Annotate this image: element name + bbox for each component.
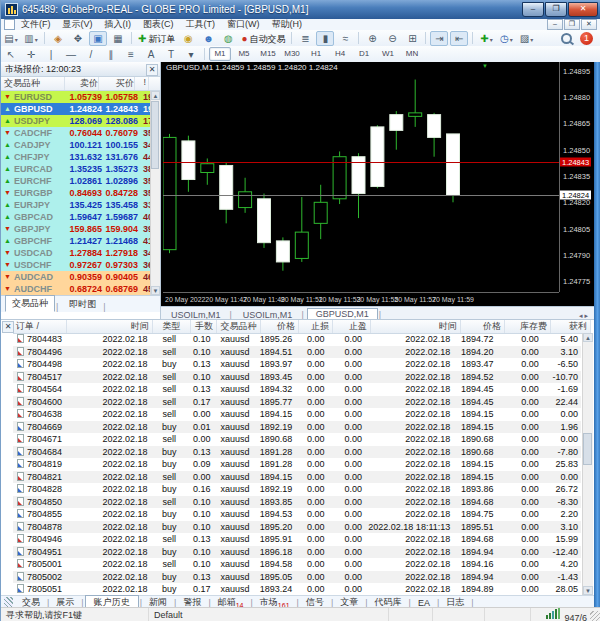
table-row[interactable]: 78048192022.02.18 17:44:28buy0.09xauusd1… [13,458,581,471]
market-watch-toggle-icon[interactable]: ▣ [89,31,107,46]
maximize-button[interactable]: ❐ [545,2,567,17]
cursor-tool-icon[interactable]: ↖ [2,47,20,62]
navigator-toggle-icon[interactable]: ◈ [49,31,67,46]
market-watch-scrollbar[interactable]: ▲ ▼ [150,91,160,295]
status-profile[interactable]: Default [149,608,389,621]
market-watch-tab-0[interactable]: 交易品种 [5,295,55,312]
history-col-6[interactable]: 止损 [299,320,333,333]
table-row[interactable]: 78044982022.02.18 17:25:36buy0.13xauusd1… [13,358,581,371]
community-button-icon[interactable]: ☻ [199,31,217,46]
timeframe-h4[interactable]: H4 [329,47,351,61]
table-row[interactable]: 78045642022.02.18 17:30:19sell0.13xauusd… [13,383,581,396]
data-window-toggle-icon[interactable]: ▦ [109,31,127,46]
terminal-tab-EA[interactable]: EA [412,598,436,608]
minimize-button[interactable]: – [522,2,544,17]
terminal-scrollbar[interactable]: ▲ ▼ [582,333,593,595]
market-watch-row[interactable]: ▲GBPCAD1.596471.5968740 [1,211,160,223]
candlestick-chart[interactable]: GBPUSD,M1 1.24859 1.24859 1.24820 1.2482… [163,62,559,292]
price-axis[interactable]: 1.248951.248801.248651.248501.248351.248… [559,62,595,292]
history-col-11[interactable]: 获利 [551,320,591,333]
table-row[interactable]: 78046002022.02.18 17:36:53sell0.17xauusd… [13,396,581,409]
web-button-icon[interactable]: ◍ [219,31,237,46]
history-col-0[interactable]: 订单 / [13,320,67,333]
line-chart-mode-icon[interactable]: ≈ [336,31,354,46]
table-row[interactable]: 78046692022.02.18 17:44:01buy0.01xauusd1… [13,421,581,434]
market-watch-row[interactable]: ▼CADCHF0.760440.7607935 [1,127,160,139]
zoom-in-icon[interactable]: ⊕ [363,31,381,46]
market-watch-row[interactable]: ▼AUDCAD0.903590.9040546 [1,271,160,283]
history-col-2[interactable]: 类型 [153,320,191,333]
new-order-button-icon[interactable]: ✚新订单 [136,31,177,46]
bar-chart-mode-icon[interactable]: ≣ [296,31,314,46]
table-row[interactable]: 78048282022.02.18 17:44:01buy0.16xauusd1… [13,483,581,496]
table-row[interactable]: 78048212022.02.18 17:40:54sell0.00xauusd… [13,471,581,484]
candlestick-mode-icon[interactable]: ▮ [316,31,334,46]
market-watch-row[interactable]: ▲USDJPY128.069128.08617 [1,115,160,127]
periods-menu-icon[interactable]: ◷▾ [497,31,515,46]
market-watch-row[interactable]: ▼EURUSD1.057391.0575819 [1,91,160,103]
market-watch-tab-1[interactable]: 即时图 [63,297,102,312]
table-row[interactable]: 78046382022.02.18 17:40:54sell0.00xauusd… [13,408,581,421]
timeframe-d1[interactable]: D1 [353,47,375,61]
history-col-5[interactable]: 价格 [261,320,299,333]
terminal-close-icon[interactable]: ✕ [2,321,14,333]
cursor-move-icon[interactable]: ✥ [69,31,87,46]
timeframe-mn[interactable]: MN [401,47,423,61]
time-axis[interactable]: 20 May 202220 May 11:4720 May 11:4920 Ma… [163,292,559,307]
market-watch-row[interactable]: ▲GBPUSD1.248241.2484319 [1,103,160,115]
history-col-10[interactable]: 库存费 [505,320,551,333]
col-ask[interactable]: 买价 [99,77,135,90]
market-watch-row[interactable]: ▼USDCHF0.972670.9730336 [1,259,160,271]
market-watch-row[interactable]: ▲CADJPY100.121100.15534 [1,139,160,151]
scroll-up-icon[interactable]: ▲ [151,91,160,100]
table-row[interactable]: 78048782022.02.18 18:05:35buy0.10xauusd1… [13,521,581,534]
templates-menu-icon[interactable]: ▨▾ [517,31,535,46]
label-tool-icon[interactable]: T [162,47,180,62]
market-watch-row[interactable]: ▼GBPJPY159.865159.90439 [1,223,160,235]
text-tool-icon[interactable]: A [142,47,160,62]
table-row[interactable]: 78050012022.02.18 18:24:39sell0.10xauusd… [13,558,581,571]
table-row[interactable]: 78048502022.02.18 18:04:13sell0.10xauusd… [13,496,581,509]
market-watch-row[interactable]: ▲EURJPY135.425135.45833 [1,199,160,211]
indicators-menu-icon[interactable]: ✚▾ [477,31,495,46]
connection-bars-icon[interactable] [546,608,561,621]
history-col-3[interactable]: 手数 [191,320,217,333]
arrows-tool-icon[interactable]: ▾ [182,47,200,62]
table-row[interactable]: 78044962022.02.18 17:23:31sell0.10xauusd… [13,346,581,359]
market-watch-row[interactable]: ▲EURCAD1.352351.3527338 [1,163,160,175]
col-spread[interactable]: ! [135,77,149,90]
history-col-4[interactable]: 交易品种 [217,320,261,333]
crosshair-tool-icon[interactable]: ✛ [22,47,40,62]
chart-shift-icon[interactable]: ⇤ [450,31,468,46]
tile-windows-icon[interactable]: ⊞ [403,31,421,46]
fibonacci-tool-icon[interactable]: ≡ [122,47,140,62]
table-row[interactable]: 78049512022.02.18 18:11:22buy0.10xauusd1… [13,546,581,559]
history-col-9[interactable]: 价格 [461,320,505,333]
table-row[interactable]: 78050022022.02.18 18:19:07buy0.13xauusd1… [13,571,581,584]
timeframe-m30[interactable]: M30 [281,47,303,61]
market-watch-row[interactable]: ▼EURGBP0.846930.8472835 [1,187,160,199]
timeframe-m5[interactable]: M5 [233,47,255,61]
auto-scroll-icon[interactable]: ⇥ [430,31,448,46]
table-row[interactable]: 78045172022.02.18 17:24:55sell0.10xauusd… [13,371,581,384]
close-button[interactable]: ✕ [568,2,598,17]
market-watch-row[interactable]: ▲EURCHF1.028611.0289635 [1,175,160,187]
resize-grip[interactable] [590,611,600,621]
child-restore-button[interactable]: ❐ [564,19,580,30]
table-row[interactable]: 78044832022.02.18 17:20:51sell0.10xauusd… [13,333,581,346]
table-row[interactable]: 78046712022.02.18 17:44:19sell0.00xauusd… [13,433,581,446]
child-close-button[interactable]: ✕ [581,19,597,30]
table-row[interactable]: 78048552022.02.18 18:04:04buy0.10xauusd1… [13,508,581,521]
horizontal-line-tool-icon[interactable]: — [62,47,80,62]
terminal-scrollbar-thumb[interactable] [583,433,592,465]
child-minimize-button[interactable]: – [547,19,563,30]
scrollbar-thumb[interactable] [151,101,159,169]
trendline-tool-icon[interactable]: / [82,47,100,62]
scroll-down-icon[interactable]: ▼ [151,286,160,295]
table-row[interactable]: 78049462022.02.18 18:12:53sell0.13xauusd… [13,533,581,546]
profiles-icon[interactable]: ▥▾ [22,31,40,46]
vertical-line-tool-icon[interactable]: | [42,47,60,62]
history-col-7[interactable]: 止盈 [333,320,371,333]
market-watch-row[interactable]: ▼USDCAD1.278841.2791834 [1,247,160,259]
terminal-scroll-down-icon[interactable]: ▼ [583,586,593,595]
